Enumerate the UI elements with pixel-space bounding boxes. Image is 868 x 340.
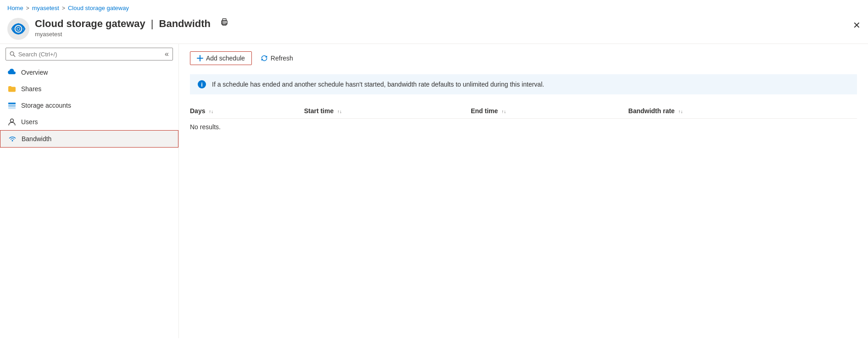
start-time-sort-icon[interactable]: ↑↓ [337,110,342,114]
svg-point-7 [222,22,223,22]
svg-point-15 [12,140,13,142]
main-layout: « Overview Shares [0,44,868,338]
svg-line-9 [13,55,15,57]
search-icon [10,51,16,57]
plus-icon [197,55,203,61]
header-actions-right: ✕ [853,20,861,31]
header-subtitle: myasetest [35,31,229,38]
toolbar: Add schedule Refresh [190,51,857,65]
bandwidth-table: Days ↑↓ Start time ↑↓ End time ↑↓ Bandwi… [190,104,857,135]
folder-icon [7,84,17,93]
breadcrumb: Home > myasetest > Cloud storage gateway [0,0,868,16]
info-banner: i If a schedule has ended and another sc… [190,74,857,94]
sidebar: « Overview Shares [0,44,179,338]
sidebar-item-storage-accounts[interactable]: Storage accounts [0,97,178,114]
table-body: No results. [190,119,857,136]
table-icon [7,101,17,110]
col-bandwidth-rate[interactable]: Bandwidth rate ↑↓ [629,104,857,119]
breadcrumb-myasetest[interactable]: myasetest [32,5,59,11]
sidebar-item-shares-label: Shares [21,85,41,93]
breadcrumb-sep2: > [62,5,65,11]
refresh-button[interactable]: Refresh [254,51,300,65]
no-results-row: No results. [190,119,857,136]
breadcrumb-sep1: > [26,5,29,11]
refresh-label: Refresh [271,55,293,62]
page-header: Cloud storage gateway | Bandwidth myaset… [0,16,868,44]
sidebar-item-overview[interactable]: Overview [0,64,178,81]
search-box[interactable]: « [6,48,173,60]
refresh-icon [261,55,268,62]
sidebar-item-shares[interactable]: Shares [0,81,178,97]
header-section-title: Bandwidth [159,18,211,30]
svg-point-14 [11,119,14,122]
cloud-icon [7,68,17,77]
header-main-title: Cloud storage gateway [35,18,145,30]
breadcrumb-home[interactable]: Home [7,5,23,11]
header-title-group: Cloud storage gateway | Bandwidth myaset… [35,18,229,38]
close-icon[interactable]: ✕ [853,20,861,31]
header-pipe: | [151,18,154,30]
sidebar-item-bandwidth-label: Bandwidth [22,135,51,143]
person-icon [7,117,17,126]
print-icon[interactable] [220,18,229,30]
search-input[interactable] [18,51,162,58]
svg-text:i: i [201,81,203,88]
resource-icon [7,18,29,40]
svg-point-3 [17,28,20,30]
svg-rect-12 [8,106,16,107]
sidebar-item-storage-label: Storage accounts [21,102,71,109]
svg-rect-13 [8,108,16,109]
days-sort-icon[interactable]: ↑↓ [209,110,213,114]
col-end-time[interactable]: End time ↑↓ [471,104,628,119]
svg-rect-11 [8,105,16,106]
collapse-sidebar-button[interactable]: « [165,50,169,58]
page-title: Cloud storage gateway | Bandwidth [35,18,229,30]
bandwidth-sort-icon[interactable]: ↑↓ [679,110,683,114]
svg-rect-10 [8,103,16,104]
add-schedule-button[interactable]: Add schedule [190,51,252,65]
end-time-sort-icon[interactable]: ↑↓ [501,110,506,114]
info-icon: i [197,80,206,89]
main-content: Add schedule Refresh i If a schedule has… [179,44,868,338]
sidebar-item-users[interactable]: Users [0,114,178,130]
col-start-time[interactable]: Start time ↑↓ [304,104,471,119]
col-days[interactable]: Days ↑↓ [190,104,304,119]
add-schedule-label: Add schedule [206,55,245,62]
sidebar-item-overview-label: Overview [21,69,48,76]
wifi-icon [8,134,17,143]
table-header: Days ↑↓ Start time ↑↓ End time ↑↓ Bandwi… [190,104,857,119]
breadcrumb-current[interactable]: Cloud storage gateway [68,5,129,11]
info-message: If a schedule has ended and another sche… [212,81,544,88]
no-results-text: No results. [190,119,857,136]
sidebar-item-users-label: Users [21,118,38,126]
sidebar-item-bandwidth[interactable]: Bandwidth [0,130,178,148]
